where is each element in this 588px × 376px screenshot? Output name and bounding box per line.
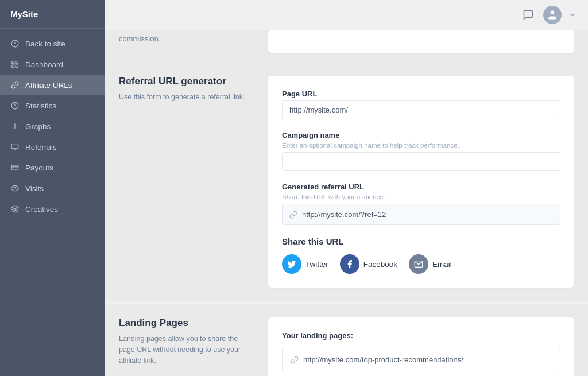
referral-url-form: Page URL Campaign name Enter an optional…	[268, 76, 574, 288]
commission-text: commission.	[119, 34, 160, 43]
generated-url-group: Generated referral URL Share this URL wi…	[282, 183, 560, 225]
email-label: Email	[432, 260, 452, 269]
referral-url-desc: Use this form to generate a referral lin…	[119, 92, 254, 103]
avatar[interactable]	[543, 6, 562, 24]
landing-link-icon-1	[291, 356, 299, 364]
sidebar-label-visits: Visits	[25, 184, 44, 193]
main-content: commission. Referral URL generator Use t…	[105, 0, 588, 376]
landing-pages-right: Your landing pages: http://mysite.com/to…	[268, 317, 574, 376]
page-url-group: Page URL	[282, 90, 560, 119]
share-twitter-button[interactable]: Twitter	[282, 254, 328, 274]
your-landing-pages-label: Your landing pages:	[282, 331, 560, 340]
sidebar-item-affiliate-urls[interactable]: Affiliate URLs	[0, 75, 105, 95]
sidebar-label-dashboard: Dashboard	[25, 60, 63, 69]
commission-box	[268, 30, 574, 53]
campaign-name-label: Campaign name	[282, 131, 560, 139]
topbar	[105, 0, 588, 30]
sidebar-label-back-to-site: Back to site	[25, 40, 65, 48]
dashboard-icon	[10, 60, 20, 69]
svg-rect-4	[16, 61, 18, 64]
sidebar-nav: Back to site Dashboard Affiliate URLs St…	[0, 29, 105, 376]
sidebar-label-payouts: Payouts	[25, 164, 53, 172]
svg-rect-3	[12, 61, 14, 64]
landing-pages-desc: Landing pages allow you to share the pag…	[119, 334, 254, 366]
svg-marker-17	[11, 206, 18, 209]
landing-page-item[interactable]: http://mysite.com/top-product-recommenda…	[282, 348, 560, 371]
generated-url-display: http://mysite.com/?ref=12	[282, 204, 560, 225]
svg-point-16	[14, 187, 16, 189]
user-menu-button[interactable]	[568, 11, 577, 19]
landing-pages-section: Landing Pages Landing pages allow you to…	[105, 304, 588, 376]
landing-pages-title: Landing Pages	[119, 317, 254, 329]
visits-icon	[10, 184, 20, 193]
sidebar-label-affiliate-urls: Affiliate URLs	[25, 81, 72, 90]
referrals-icon	[10, 142, 20, 152]
twitter-icon	[282, 254, 301, 274]
landing-page-url-1: http://mysite.com/top-product-recommenda…	[303, 355, 463, 364]
generated-url-label: Generated referral URL	[282, 183, 560, 191]
link-icon	[10, 80, 20, 90]
sidebar-item-back-to-site[interactable]: Back to site	[0, 33, 105, 54]
referral-url-left: Referral URL generator Use this form to …	[119, 76, 268, 288]
referral-url-title: Referral URL generator	[119, 76, 254, 87]
facebook-label: Facebook	[363, 260, 397, 269]
commission-area: commission.	[105, 30, 588, 62]
svg-rect-6	[16, 65, 18, 67]
sidebar-label-referrals: Referrals	[25, 143, 57, 152]
svg-rect-5	[12, 65, 14, 67]
app-logo: MySite	[0, 0, 105, 29]
generated-url-value: http://mysite.com/?ref=12	[302, 210, 386, 219]
sidebar-item-referrals[interactable]: Referrals	[0, 137, 105, 157]
message-button[interactable]	[520, 7, 536, 23]
sidebar-item-dashboard[interactable]: Dashboard	[0, 54, 105, 75]
sidebar-item-visits[interactable]: Visits	[0, 178, 105, 199]
graphs-icon	[10, 122, 20, 131]
campaign-name-input[interactable]	[282, 152, 560, 171]
svg-rect-14	[11, 165, 18, 170]
page-url-label: Page URL	[282, 90, 560, 98]
generated-url-hint: Share this URL with your audience.	[282, 193, 560, 200]
referral-url-section: Referral URL generator Use this form to …	[105, 62, 588, 301]
share-facebook-button[interactable]: Facebook	[340, 254, 397, 274]
sidebar-item-statistics[interactable]: Statistics	[0, 95, 105, 116]
link-icon	[289, 211, 297, 219]
sidebar-label-creatives: Creatives	[25, 205, 58, 214]
page-url-input[interactable]	[282, 100, 560, 119]
share-email-button[interactable]: Email	[409, 254, 452, 274]
landing-pages-left: Landing Pages Landing pages allow you to…	[119, 317, 268, 376]
statistics-icon	[10, 101, 20, 110]
sidebar: MySite Back to site Dashboard Affiliate …	[0, 0, 105, 376]
sidebar-item-payouts[interactable]: Payouts	[0, 157, 105, 178]
commission-right	[268, 30, 574, 53]
facebook-icon	[340, 254, 359, 274]
creatives-icon	[10, 204, 20, 214]
chevron-down-icon	[568, 11, 577, 19]
sidebar-item-graphs[interactable]: Graphs	[0, 116, 105, 137]
commission-left: commission.	[119, 30, 268, 53]
svg-rect-11	[11, 144, 18, 149]
svg-point-18	[551, 11, 555, 15]
home-icon	[10, 39, 20, 48]
payouts-icon	[10, 163, 20, 172]
email-icon	[409, 254, 428, 274]
campaign-name-group: Campaign name Enter an optional campaign…	[282, 131, 560, 171]
share-title: Share this URL	[282, 237, 560, 246]
sidebar-item-creatives[interactable]: Creatives	[0, 199, 105, 219]
sidebar-label-graphs: Graphs	[25, 122, 51, 131]
share-buttons: Twitter Facebook Email	[282, 254, 560, 274]
campaign-name-hint: Enter an optional campaign name to help …	[282, 142, 560, 149]
sidebar-label-statistics: Statistics	[25, 102, 56, 110]
twitter-label: Twitter	[305, 260, 328, 269]
